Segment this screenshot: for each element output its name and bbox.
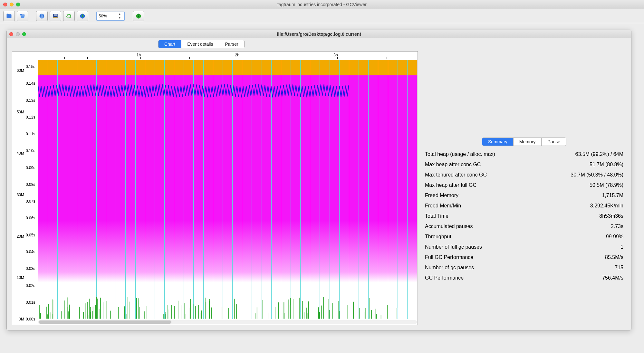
y-tick: 40M [13, 151, 24, 156]
y-tick: 50M [13, 110, 24, 114]
y-tick: 0.09s [26, 166, 35, 170]
chart-tab-row: Chart Event details Parser [7, 38, 631, 50]
summary-label: Max heap after conc GC [425, 162, 481, 167]
watch-button[interactable] [77, 11, 88, 21]
tab-summary[interactable]: Summary [482, 138, 514, 146]
minimize-icon[interactable] [10, 3, 14, 6]
summary-label: Freed Memory [425, 193, 458, 198]
open-url-button[interactable] [36, 11, 48, 21]
zoom-step-up[interactable]: ▲ [116, 12, 123, 16]
doc-window-controls [9, 32, 26, 36]
summary-value: 715 [615, 265, 623, 271]
summary-tabs: Summary Memory Pause [482, 138, 566, 146]
tab-chart[interactable]: Chart [159, 40, 181, 48]
toolbar: ▲ ▼ [0, 9, 644, 23]
chart-plot[interactable] [38, 60, 417, 319]
y-tick: 0.14s [26, 81, 35, 86]
x-tick: 1h [137, 53, 141, 57]
tab-pause[interactable]: Pause [542, 138, 566, 146]
y-tick: 0.07s [26, 199, 35, 204]
y-tick: 10M [13, 275, 24, 280]
zoom-input[interactable] [97, 12, 116, 20]
zoom-icon[interactable] [16, 3, 20, 6]
summary-label: Number of full gc pauses [425, 244, 482, 250]
summary-label: Number of gc pauses [425, 265, 474, 271]
summary-row: Number of full gc pauses1 [423, 242, 625, 252]
export-button[interactable] [50, 11, 61, 21]
summary-row: Total heap (usage / alloc. max)63.5M (99… [423, 149, 625, 159]
summary-row: Freed Mem/Min3,292.45K/min [423, 201, 625, 211]
app-title: tagtraum industries incorporated - GCVie… [0, 2, 644, 7]
y-tick: 60M [13, 68, 24, 73]
y-tick: 0.02s [26, 283, 35, 288]
close-icon[interactable] [9, 32, 13, 36]
summary-value: 8h53m36s [599, 213, 623, 219]
summary-label: Total heap (usage / alloc. max) [425, 151, 495, 157]
minimize-icon[interactable] [16, 32, 20, 36]
y-tick: 20M [13, 234, 24, 239]
y-tick: 0M [13, 317, 24, 321]
summary-row: GC Performance756.4M/s [423, 273, 625, 283]
zoom-stepper[interactable]: ▲ ▼ [96, 12, 125, 21]
gc-event-lines [38, 60, 417, 319]
zoom-step-down[interactable]: ▼ [116, 16, 123, 20]
summary-label: Max tenured after conc GC [425, 172, 487, 178]
summary-label: Throughput [425, 234, 451, 240]
zoom-icon[interactable] [22, 32, 26, 36]
summary-value: 99.99% [606, 234, 623, 240]
y-tick: 0.15s [26, 64, 35, 69]
y-tick: 0.10s [26, 148, 35, 153]
svg-point-7 [138, 14, 139, 15]
open-file-button[interactable] [3, 11, 15, 21]
side-panel: Summary Memory Pause Total heap (usage /… [422, 50, 631, 330]
tab-memory[interactable]: Memory [514, 138, 542, 146]
doc-area: file:/Users/gro/Desktop/gc.log.0.current… [0, 23, 644, 337]
chart-scrollbar[interactable] [38, 320, 417, 324]
titlebar: tagtraum industries incorporated - GCVie… [0, 0, 644, 9]
y-tick: 0.08s [26, 182, 35, 187]
about-button[interactable] [133, 11, 144, 21]
summary-row: Max tenured after conc GC30.7M (50.3% / … [423, 170, 625, 180]
close-icon[interactable] [3, 3, 7, 6]
y-tick: 0.01s [26, 300, 35, 305]
app-window: tagtraum industries incorporated - GCVie… [0, 0, 644, 337]
x-tick: 2h [235, 53, 239, 57]
svg-rect-3 [53, 17, 57, 18]
y-tick: 0.06s [26, 216, 35, 220]
summary-value: 51.7M (80.8%) [590, 162, 623, 167]
y-tick: 0.05s [26, 233, 35, 237]
y-tick: 0.12s [26, 115, 35, 119]
summary-label: Max heap after full GC [425, 182, 476, 188]
summary-value: 756.4M/s [602, 275, 623, 281]
summary-value: 63.5M (99.2%) / 64M [575, 151, 623, 157]
summary-row: Full GC Performance85.5M/s [423, 252, 625, 262]
y-tick: 0.00s [26, 317, 35, 321]
doc-title: file:/Users/gro/Desktop/gc.log.0.current [7, 32, 631, 37]
summary-value: 1,715.7M [602, 193, 623, 198]
summary-row: Max heap after conc GC51.7M (80.8%) [423, 159, 625, 170]
doc-window: file:/Users/gro/Desktop/gc.log.0.current… [6, 30, 631, 330]
summary-row: Max heap after full GC50.5M (78.9%) [423, 180, 625, 190]
summary-row: Number of gc pauses715 [423, 262, 625, 273]
y-tick: 0.13s [26, 98, 35, 103]
chart-tabs: Chart Event details Parser [158, 40, 245, 48]
summary-label: Total Time [425, 213, 448, 219]
summary-row: Total Time8h53m36s [423, 211, 625, 221]
chart-panel[interactable]: 1h 2h 3h 0M 10M [12, 51, 418, 325]
y-tick: 0.11s [26, 132, 35, 136]
summary-label: Freed Mem/Min [425, 203, 461, 209]
svg-rect-2 [54, 14, 57, 15]
content-row: 1h 2h 3h 0M 10M [7, 50, 631, 330]
chart-x-axis: 1h 2h 3h [38, 52, 417, 60]
summary-value: 3,292.45K/min [590, 203, 623, 209]
summary-tab-row: Summary Memory Pause [423, 138, 625, 146]
open-series-button[interactable] [17, 11, 28, 21]
summary-value: 85.5M/s [605, 254, 623, 260]
refresh-button[interactable] [63, 11, 75, 21]
tab-event-details[interactable]: Event details [181, 40, 219, 48]
scrollbar-thumb[interactable] [39, 320, 171, 324]
tab-parser[interactable]: Parser [219, 40, 244, 48]
summary-value: 30.7M (50.3% / 48.0%) [571, 172, 623, 178]
summary-stats: Total heap (usage / alloc. max)63.5M (99… [423, 149, 625, 283]
x-tick: 3h [333, 53, 338, 57]
